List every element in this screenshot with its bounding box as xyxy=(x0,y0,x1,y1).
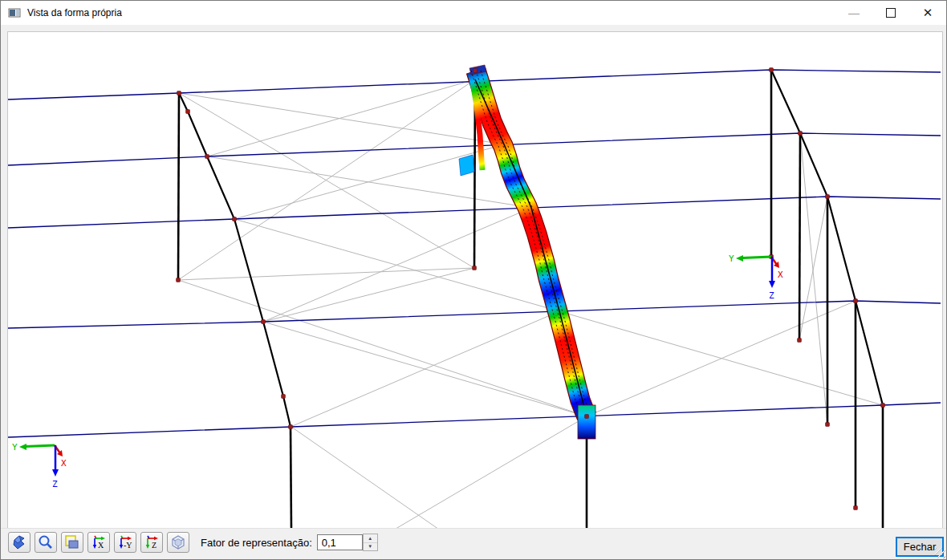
bottom-toolbar: X -Y Z xyxy=(1,528,946,556)
close-icon: ✕ xyxy=(923,6,933,20)
svg-text:Z: Z xyxy=(152,541,156,550)
spinner-up-button[interactable]: ▲ xyxy=(364,534,377,543)
model-viewport[interactable]: YXZYXZ xyxy=(7,31,943,529)
svg-text:Y: Y xyxy=(12,442,18,452)
maximize-button[interactable] xyxy=(872,1,909,25)
resize-grip[interactable] xyxy=(935,548,945,558)
rotate-view-button[interactable] xyxy=(8,532,30,553)
zoom-window-button[interactable] xyxy=(61,532,83,553)
svg-text:X: X xyxy=(61,458,67,469)
app-icon xyxy=(8,6,21,19)
window-title: Vista da forma própria xyxy=(27,7,122,18)
close-window-button[interactable]: ✕ xyxy=(909,1,946,25)
view-x-button[interactable]: X xyxy=(87,532,110,553)
rotate-3d-icon xyxy=(10,534,28,551)
title-bar: Vista da forma própria — ✕ xyxy=(1,1,946,25)
representation-factor-label: Fator de representação: xyxy=(201,537,312,549)
zoom-button[interactable] xyxy=(35,532,57,553)
svg-text:X: X xyxy=(98,541,104,550)
magnifier-icon xyxy=(37,534,55,551)
view-minus-y-icon: -Y xyxy=(116,534,134,551)
isometric-view-button[interactable] xyxy=(167,532,189,553)
spinner-down-button[interactable]: ▼ xyxy=(364,543,377,551)
view-minus-y-button[interactable]: -Y xyxy=(114,532,136,553)
app-window: Vista da forma própria — ✕ YXZYXZ xyxy=(0,0,947,560)
view-z-button[interactable]: Z xyxy=(140,532,163,553)
minimize-icon: — xyxy=(848,6,860,19)
svg-text:-Y: -Y xyxy=(124,541,132,550)
view-x-icon: X xyxy=(90,534,108,551)
structure-3d-view: YXZYXZ xyxy=(8,32,942,528)
minimize-button[interactable]: — xyxy=(835,1,872,25)
zoom-window-icon xyxy=(63,534,81,551)
isometric-cube-icon xyxy=(169,534,187,551)
svg-text:X: X xyxy=(778,270,783,280)
view-z-icon: Z xyxy=(143,534,161,551)
factor-spinner: ▲ ▼ xyxy=(363,534,378,551)
maximize-icon xyxy=(886,8,896,18)
svg-text:Y: Y xyxy=(729,254,734,264)
svg-text:Z: Z xyxy=(769,290,774,301)
representation-factor-input[interactable] xyxy=(317,534,363,550)
svg-text:Z: Z xyxy=(52,479,58,489)
